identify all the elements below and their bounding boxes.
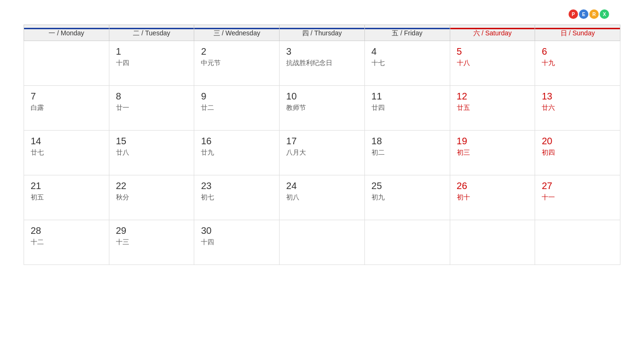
calendar-cell-w4d5 <box>450 220 535 265</box>
day-number: 17 <box>286 135 297 147</box>
day-number: 16 <box>201 135 211 147</box>
calendar-cell-w2d5: 19初三 <box>450 131 535 175</box>
day-number: 26 <box>457 180 467 191</box>
day-lunar: 廿一 <box>116 104 129 112</box>
calendar-cell-w1d4: 11廿四 <box>364 86 450 131</box>
calendar-cell-w4d6 <box>535 220 620 265</box>
day-number: 8 <box>116 91 121 102</box>
calendar-cell-w1d6: 13廿六 <box>535 86 620 131</box>
logo-r: R <box>589 9 599 19</box>
weekday-label-0: 一 / Monday <box>49 29 84 37</box>
weekday-header-5: 六 / Saturday <box>450 25 535 41</box>
day-lunar: 教师节 <box>286 104 306 112</box>
calendar-cell-w2d3: 17八月大 <box>280 131 365 175</box>
calendar-cell-w3d1: 22秋分 <box>109 175 194 220</box>
calendar-page: P E R X 一 / Monday二 / Tuesday三 / Wednesd… <box>0 0 644 347</box>
day-lunar: 秋分 <box>116 193 129 202</box>
day-lunar: 十八 <box>457 59 470 67</box>
day-lunar: 十七 <box>372 59 385 67</box>
calendar-week-3: 21初五22秋分23初七24初八25初九26初十27十一 <box>24 175 620 220</box>
calendar-cell-w1d1: 8廿一 <box>109 86 194 131</box>
day-lunar: 八月大 <box>286 149 306 157</box>
calendar-cell-w0d4: 4十七 <box>364 41 450 86</box>
day-number: 29 <box>116 225 126 236</box>
day-number: 15 <box>116 135 126 147</box>
logo-p: P <box>569 9 578 19</box>
day-number: 23 <box>201 180 211 191</box>
day-lunar: 廿七 <box>31 149 44 157</box>
header: P E R X <box>24 9 620 20</box>
day-lunar: 十四 <box>201 238 214 247</box>
day-lunar: 十三 <box>116 238 129 247</box>
day-lunar: 廿四 <box>372 104 385 112</box>
day-number: 24 <box>286 180 297 191</box>
calendar-cell-w2d4: 18初二 <box>364 131 450 175</box>
weekday-header-row: 一 / Monday二 / Tuesday三 / Wednesday四 / Th… <box>24 25 620 41</box>
calendar-cell-w0d3: 3抗战胜利纪念日 <box>280 41 365 86</box>
weekday-label-1: 二 / Tuesday <box>133 29 170 37</box>
calendar-cell-w2d6: 20初四 <box>535 131 620 175</box>
weekday-header-4: 五 / Friday <box>364 25 450 41</box>
day-lunar: 中元节 <box>201 59 221 67</box>
calendar-header: 一 / Monday二 / Tuesday三 / Wednesday四 / Th… <box>24 25 620 41</box>
weekday-header-1: 二 / Tuesday <box>109 25 194 41</box>
calendar-cell-w0d0 <box>24 41 109 86</box>
calendar-week-4: 28十二29十三30十四 <box>24 220 620 265</box>
day-lunar: 十九 <box>542 59 555 67</box>
brand-block: P E R X <box>569 9 620 20</box>
day-lunar: 十四 <box>116 59 129 67</box>
day-lunar: 廿八 <box>116 149 129 157</box>
day-number: 5 <box>457 46 462 57</box>
day-number: 4 <box>372 46 377 57</box>
weekday-label-5: 六 / Saturday <box>473 29 512 37</box>
day-lunar: 廿五 <box>457 104 470 112</box>
day-number: 7 <box>31 91 36 102</box>
day-number: 25 <box>372 180 382 191</box>
calendar-cell-w4d2: 30十四 <box>194 220 280 265</box>
calendar-cell-w2d1: 15廿八 <box>109 131 194 175</box>
calendar-cell-w4d3 <box>280 220 365 265</box>
day-number: 2 <box>201 46 206 57</box>
day-lunar: 初五 <box>31 193 44 202</box>
calendar-cell-w4d0: 28十二 <box>24 220 109 265</box>
day-number: 13 <box>542 91 552 102</box>
weekday-header-6: 日 / Sunday <box>535 25 620 41</box>
day-number: 9 <box>201 91 206 102</box>
day-number: 6 <box>542 46 547 57</box>
calendar-cell-w4d1: 29十三 <box>109 220 194 265</box>
calendar-table: 一 / Monday二 / Tuesday三 / Wednesday四 / Th… <box>24 25 620 265</box>
calendar-cell-w3d0: 21初五 <box>24 175 109 220</box>
calendar-cell-w3d3: 24初八 <box>280 175 365 220</box>
brand-logo: P E R X <box>569 9 609 19</box>
calendar-body: 1十四2中元节3抗战胜利纪念日4十七5十八6十九7白露8廿一9廿二10教师节11… <box>24 41 620 265</box>
weekday-label-4: 五 / Friday <box>392 29 422 37</box>
calendar-cell-w0d2: 2中元节 <box>194 41 280 86</box>
calendar-cell-w0d6: 6十九 <box>535 41 620 86</box>
weekday-header-3: 四 / Thursday <box>280 25 365 41</box>
day-lunar: 初九 <box>372 193 385 202</box>
day-number: 20 <box>542 135 552 147</box>
weekday-label-3: 四 / Thursday <box>302 29 342 37</box>
calendar-week-2: 14廿七15廿八16廿九17八月大18初二19初三20初四 <box>24 131 620 175</box>
day-number: 30 <box>201 225 211 236</box>
day-lunar: 初十 <box>457 193 470 202</box>
calendar-cell-w0d5: 5十八 <box>450 41 535 86</box>
calendar-cell-w3d5: 26初十 <box>450 175 535 220</box>
weekday-label-6: 日 / Sunday <box>561 29 595 37</box>
calendar-cell-w0d1: 1十四 <box>109 41 194 86</box>
day-number: 3 <box>286 46 291 57</box>
day-number: 10 <box>286 91 297 102</box>
day-lunar: 抗战胜利纪念日 <box>286 59 332 67</box>
day-lunar: 初三 <box>457 149 470 157</box>
day-number: 14 <box>31 135 41 147</box>
calendar-cell-w1d0: 7白露 <box>24 86 109 131</box>
day-number: 28 <box>31 225 41 236</box>
calendar-cell-w4d4 <box>364 220 450 265</box>
day-lunar: 廿九 <box>201 149 214 157</box>
calendar-week-1: 7白露8廿一9廿二10教师节11廿四12廿五13廿六 <box>24 86 620 131</box>
day-lunar: 初四 <box>542 149 555 157</box>
day-number: 18 <box>372 135 382 147</box>
day-lunar: 十一 <box>542 193 555 202</box>
day-number: 27 <box>542 180 552 191</box>
calendar-cell-w1d2: 9廿二 <box>194 86 280 131</box>
